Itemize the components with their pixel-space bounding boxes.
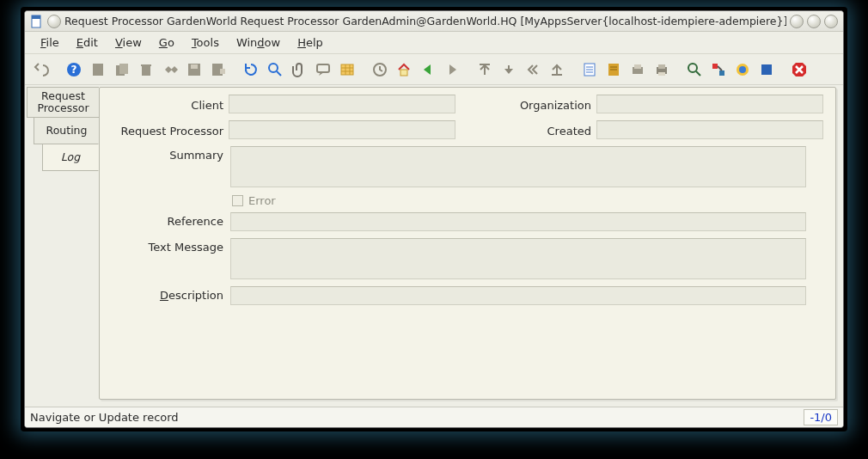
organization-label: Organization xyxy=(488,96,591,112)
svg-line-12 xyxy=(277,71,281,76)
svg-rect-4 xyxy=(93,64,103,76)
find-icon[interactable] xyxy=(264,58,286,81)
svg-rect-33 xyxy=(658,64,665,69)
close-window-button[interactable] xyxy=(824,15,838,28)
form-panel: Client Organization Request Processor Cr xyxy=(99,87,836,400)
back-icon[interactable] xyxy=(417,58,439,81)
menu-file[interactable]: File xyxy=(32,34,68,52)
parent-icon[interactable] xyxy=(474,58,496,81)
checkbox-icon xyxy=(232,195,243,206)
product-icon[interactable] xyxy=(755,58,778,81)
menu-window[interactable]: Window xyxy=(228,34,289,52)
first-icon[interactable] xyxy=(522,58,544,81)
created-field[interactable] xyxy=(596,120,823,139)
delete-icon[interactable] xyxy=(135,58,157,81)
toolbar: ? xyxy=(25,54,843,85)
svg-point-35 xyxy=(688,64,697,72)
minimize-button[interactable] xyxy=(790,15,804,28)
maximize-button[interactable] xyxy=(807,15,821,28)
svg-text:?: ? xyxy=(71,64,77,76)
svg-rect-31 xyxy=(634,64,641,69)
client-label: Client xyxy=(112,96,223,112)
app-icon xyxy=(30,15,44,28)
window-menu-button[interactable] xyxy=(47,15,61,28)
svg-rect-6 xyxy=(119,64,128,74)
menu-edit[interactable]: Edit xyxy=(68,34,107,52)
svg-line-39 xyxy=(718,66,722,70)
window-title: Request Processor GardenWorld Request Pr… xyxy=(64,15,786,28)
chat-icon[interactable] xyxy=(312,58,334,81)
svg-point-11 xyxy=(269,64,278,72)
tab-request-processor[interactable]: Request Processor xyxy=(27,87,99,118)
tab-strip: Request Processor Routing Log xyxy=(25,85,99,407)
titlebar: Request Processor GardenWorld Request Pr… xyxy=(25,11,843,32)
print-icon[interactable] xyxy=(651,58,673,81)
delete-selection-icon[interactable] xyxy=(159,58,181,81)
menubar: File Edit View Go Tools Window Help xyxy=(25,32,843,54)
error-checkbox[interactable]: Error xyxy=(112,194,823,207)
description-label: Description xyxy=(112,286,223,302)
svg-point-41 xyxy=(739,66,746,73)
text-message-field[interactable] xyxy=(230,238,806,279)
svg-rect-34 xyxy=(658,72,665,76)
detail-icon[interactable] xyxy=(498,58,520,81)
archive-icon[interactable] xyxy=(602,58,625,81)
menu-go[interactable]: Go xyxy=(150,34,183,52)
svg-rect-1 xyxy=(32,15,40,19)
tab-routing[interactable]: Routing xyxy=(34,117,99,144)
refresh-icon[interactable] xyxy=(240,58,262,81)
main-area: Request Processor Routing Log Client Org… xyxy=(25,85,843,407)
status-bar: Navigate or Update record -1/0 xyxy=(25,407,843,427)
svg-rect-10 xyxy=(220,69,225,74)
description-field[interactable] xyxy=(230,286,806,305)
print-preview-icon[interactable] xyxy=(627,58,649,81)
workflow-icon[interactable] xyxy=(707,58,730,81)
reference-label: Reference xyxy=(112,212,223,228)
history-icon[interactable] xyxy=(369,58,391,81)
home-icon[interactable] xyxy=(393,58,415,81)
new-icon[interactable] xyxy=(87,58,109,81)
report-icon[interactable] xyxy=(578,58,601,81)
organization-field[interactable] xyxy=(596,95,823,113)
attachment-icon[interactable] xyxy=(288,58,310,81)
error-label: Error xyxy=(248,194,276,207)
grid-toggle-icon[interactable] xyxy=(336,58,358,81)
request-processor-field[interactable] xyxy=(229,120,455,139)
svg-rect-13 xyxy=(317,64,329,72)
save-new-icon[interactable] xyxy=(207,58,229,81)
previous-icon[interactable] xyxy=(546,58,568,81)
reference-field[interactable] xyxy=(230,212,806,231)
status-message: Navigate or Update record xyxy=(30,411,804,424)
zoom-across-icon[interactable] xyxy=(683,58,706,81)
svg-rect-8 xyxy=(191,64,198,69)
request-processor-label: Request Processor xyxy=(112,122,223,138)
copy-icon[interactable] xyxy=(111,58,133,81)
summary-field[interactable] xyxy=(230,146,806,187)
exit-icon[interactable] xyxy=(788,58,810,81)
tab-log[interactable]: Log xyxy=(42,144,99,171)
app-window: Request Processor GardenWorld Request Pr… xyxy=(24,10,844,428)
help-icon[interactable]: ? xyxy=(63,58,85,81)
svg-rect-42 xyxy=(761,64,772,75)
summary-label: Summary xyxy=(112,146,223,162)
client-field[interactable] xyxy=(229,95,455,113)
svg-rect-14 xyxy=(341,64,353,75)
menu-help[interactable]: Help xyxy=(289,34,332,52)
forward-icon[interactable] xyxy=(441,58,463,81)
save-icon[interactable] xyxy=(183,58,205,81)
menu-tools[interactable]: Tools xyxy=(183,34,228,52)
record-counter: -1/0 xyxy=(804,409,838,425)
svg-rect-38 xyxy=(719,70,724,76)
svg-rect-37 xyxy=(712,64,718,69)
menu-view[interactable]: View xyxy=(107,34,150,52)
svg-line-36 xyxy=(696,71,700,76)
text-message-label: Text Message xyxy=(112,238,223,254)
created-label: Created xyxy=(488,122,591,138)
svg-rect-20 xyxy=(400,70,407,76)
undo-icon[interactable] xyxy=(30,58,52,81)
request-icon[interactable] xyxy=(731,58,754,81)
